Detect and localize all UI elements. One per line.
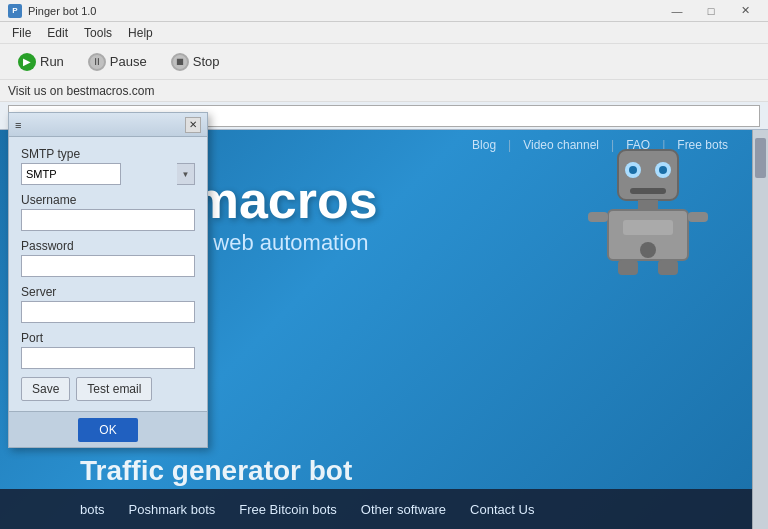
site-nav-contact[interactable]: Contact Us xyxy=(470,498,534,521)
site-nav-poshmark[interactable]: Poshmark bots xyxy=(129,498,216,521)
svg-point-3 xyxy=(629,166,637,174)
robot-image xyxy=(588,140,708,280)
server-input[interactable] xyxy=(21,301,195,323)
site-nav-bitcoin[interactable]: Free Bitcoin bots xyxy=(239,498,337,521)
menu-tools[interactable]: Tools xyxy=(76,24,120,42)
port-input[interactable] xyxy=(21,347,195,369)
site-nav-bots[interactable]: bots xyxy=(80,498,105,521)
run-label: Run xyxy=(40,54,64,69)
scrollbar-thumb[interactable] xyxy=(755,138,766,178)
pause-button[interactable]: ⏸ Pause xyxy=(78,49,157,75)
username-input[interactable] xyxy=(21,209,195,231)
status-text: Visit us on bestmacros.com xyxy=(8,84,155,98)
run-button[interactable]: ▶ Run xyxy=(8,49,74,75)
maximize-button[interactable]: □ xyxy=(696,3,726,19)
svg-point-9 xyxy=(640,242,656,258)
ok-button[interactable]: OK xyxy=(78,418,138,442)
modal-close-button[interactable]: ✕ xyxy=(185,117,201,133)
svg-rect-13 xyxy=(658,260,678,275)
select-arrow-icon: ▼ xyxy=(177,163,195,185)
main-content: Blog | Video channel | FAQ | Free bots xyxy=(0,102,768,529)
scrollbar[interactable] xyxy=(752,130,768,529)
port-label: Port xyxy=(21,331,195,345)
site-nav-other[interactable]: Other software xyxy=(361,498,446,521)
modal-title-bar[interactable]: ≡ ✕ xyxy=(9,113,207,137)
svg-rect-12 xyxy=(618,260,638,275)
menu-bar: File Edit Tools Help xyxy=(0,22,768,44)
pause-icon: ⏸ xyxy=(88,53,106,71)
stop-button[interactable]: ⏹ Stop xyxy=(161,49,230,75)
svg-rect-11 xyxy=(688,212,708,222)
pause-label: Pause xyxy=(110,54,147,69)
svg-point-4 xyxy=(659,166,667,174)
title-left: P Pinger bot 1.0 xyxy=(8,4,97,18)
smtp-type-group: SMTP type SMTP Gmail Yahoo Outlook ▼ xyxy=(21,147,195,185)
modal-buttons: Save Test email xyxy=(21,377,195,401)
site-bottom-text: Traffic generator bot xyxy=(80,455,352,487)
window-title: Pinger bot 1.0 xyxy=(28,5,97,17)
menu-file[interactable]: File xyxy=(4,24,39,42)
server-label: Server xyxy=(21,285,195,299)
stop-label: Stop xyxy=(193,54,220,69)
menu-help[interactable]: Help xyxy=(120,24,161,42)
modal-dialog: ≡ ✕ SMTP type SMTP Gmail Yahoo Outlook xyxy=(8,112,208,448)
menu-edit[interactable]: Edit xyxy=(39,24,76,42)
stop-icon: ⏹ xyxy=(171,53,189,71)
nav-blog[interactable]: Blog xyxy=(472,138,496,152)
smtp-type-select[interactable]: SMTP Gmail Yahoo Outlook xyxy=(21,163,121,185)
save-button[interactable]: Save xyxy=(21,377,70,401)
site-nav-bar: bots Poshmark bots Free Bitcoin bots Oth… xyxy=(0,489,768,529)
password-label: Password xyxy=(21,239,195,253)
modal-title: ≡ xyxy=(15,119,21,131)
close-button[interactable]: ✕ xyxy=(730,3,760,19)
minimize-button[interactable]: — xyxy=(662,3,692,19)
username-group: Username xyxy=(21,193,195,231)
modal-footer: OK xyxy=(9,411,207,447)
modal-body: SMTP type SMTP Gmail Yahoo Outlook ▼ Use… xyxy=(9,137,207,411)
smtp-type-label: SMTP type xyxy=(21,147,195,161)
window-controls: — □ ✕ xyxy=(662,3,760,19)
title-bar: P Pinger bot 1.0 — □ ✕ xyxy=(0,0,768,22)
run-icon: ▶ xyxy=(18,53,36,71)
password-group: Password xyxy=(21,239,195,277)
smtp-select-wrapper: SMTP Gmail Yahoo Outlook ▼ xyxy=(21,163,195,185)
svg-rect-5 xyxy=(630,188,666,194)
toolbar: ▶ Run ⏸ Pause ⏹ Stop xyxy=(0,44,768,80)
server-group: Server xyxy=(21,285,195,323)
svg-rect-8 xyxy=(623,220,673,235)
svg-rect-10 xyxy=(588,212,608,222)
test-email-button[interactable]: Test email xyxy=(76,377,152,401)
app-icon: P xyxy=(8,4,22,18)
svg-rect-6 xyxy=(638,200,658,210)
username-label: Username xyxy=(21,193,195,207)
password-input[interactable] xyxy=(21,255,195,277)
status-bar: Visit us on bestmacros.com xyxy=(0,80,768,102)
port-group: Port xyxy=(21,331,195,369)
